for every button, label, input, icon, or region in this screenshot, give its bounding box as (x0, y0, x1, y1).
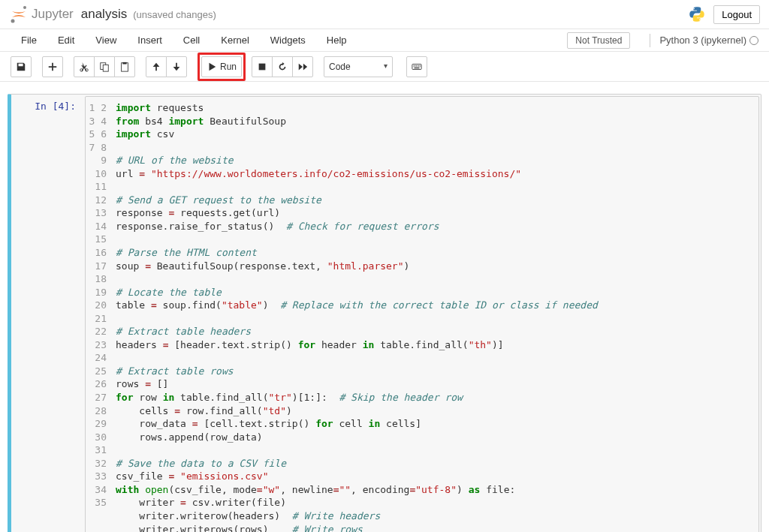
run-button-highlight: Run (198, 53, 246, 81)
code-content[interactable]: import requests from bs4 import Beautifu… (110, 97, 758, 532)
svg-rect-10 (259, 63, 266, 70)
notebook-name[interactable]: analysis (81, 7, 127, 22)
fast-forward-icon (297, 62, 308, 72)
svg-point-1 (11, 20, 15, 23)
svg-point-2 (694, 8, 695, 10)
code-area[interactable]: 1 2 3 4 5 6 7 8 9 10 11 12 13 14 15 16 1… (85, 96, 759, 532)
header: Jupyter analysis (unsaved changes) Logou… (0, 0, 769, 29)
jupyter-logo[interactable]: Jupyter (9, 5, 74, 24)
interrupt-button[interactable] (252, 56, 273, 77)
save-button[interactable] (11, 56, 32, 77)
unsaved-changes-label: (unsaved changes) (133, 9, 216, 20)
menu-view[interactable]: View (85, 30, 127, 50)
paste-button[interactable] (114, 56, 135, 77)
menubar: FileEditViewInsertCellKernelWidgetsHelp … (0, 29, 769, 52)
menu-cell[interactable]: Cell (173, 30, 210, 50)
svg-rect-9 (122, 62, 126, 64)
insert-cell-button[interactable] (42, 56, 63, 77)
kernel-status-icon (749, 36, 758, 45)
menu-insert[interactable]: Insert (127, 30, 173, 50)
copy-icon (99, 62, 110, 72)
celltype-select[interactable]: Code (324, 56, 393, 77)
menu-kernel[interactable]: Kernel (210, 30, 260, 50)
cut-button[interactable] (74, 56, 95, 77)
notebook-area: In [4]: 1 2 3 4 5 6 7 8 9 10 11 12 13 14… (0, 82, 769, 532)
command-palette-button[interactable] (406, 56, 427, 77)
restart-run-all-button[interactable] (292, 56, 313, 77)
jupyter-brand-text: Jupyter (32, 7, 74, 22)
svg-rect-12 (414, 65, 415, 66)
svg-point-0 (23, 6, 26, 9)
svg-rect-13 (415, 65, 417, 66)
copy-button[interactable] (94, 56, 115, 77)
cell-body: 1 2 3 4 5 6 7 8 9 10 11 12 13 14 15 16 1… (83, 95, 761, 532)
cell-prompt: In [4]: (11, 95, 83, 532)
play-icon (207, 62, 217, 72)
code-cell[interactable]: In [4]: 1 2 3 4 5 6 7 8 9 10 11 12 13 14… (8, 94, 761, 532)
save-icon (16, 62, 26, 72)
move-up-button[interactable] (146, 56, 167, 77)
menu-help[interactable]: Help (316, 30, 357, 50)
arrow-up-icon (151, 62, 161, 72)
python-icon (688, 5, 706, 23)
svg-point-3 (699, 20, 701, 21)
kernel-name[interactable]: Python 3 (ipykernel) (659, 35, 746, 46)
run-label: Run (220, 62, 237, 72)
svg-rect-7 (103, 65, 108, 71)
keyboard-icon (412, 62, 422, 72)
svg-rect-15 (420, 65, 421, 66)
run-button[interactable]: Run (201, 56, 242, 77)
arrow-down-icon (171, 62, 182, 72)
cut-icon (79, 62, 89, 72)
svg-rect-11 (412, 64, 421, 69)
jupyter-logo-icon (9, 5, 29, 24)
menu-widgets[interactable]: Widgets (260, 30, 316, 50)
menu-edit[interactable]: Edit (47, 30, 85, 50)
svg-rect-16 (415, 67, 420, 68)
logout-button[interactable]: Logout (713, 5, 760, 24)
divider (650, 34, 650, 47)
stop-icon (257, 62, 267, 72)
restart-icon (277, 62, 288, 72)
trust-indicator[interactable]: Not Trusted (567, 32, 630, 49)
restart-button[interactable] (272, 56, 293, 77)
line-numbers: 1 2 3 4 5 6 7 8 9 10 11 12 13 14 15 16 1… (86, 97, 110, 532)
paste-icon (119, 62, 130, 72)
menu-file[interactable]: File (11, 30, 47, 50)
move-down-button[interactable] (166, 56, 187, 77)
svg-rect-14 (418, 65, 419, 66)
toolbar: Run Code (0, 52, 769, 82)
plus-icon (47, 62, 58, 72)
celltype-value: Code (329, 62, 351, 72)
